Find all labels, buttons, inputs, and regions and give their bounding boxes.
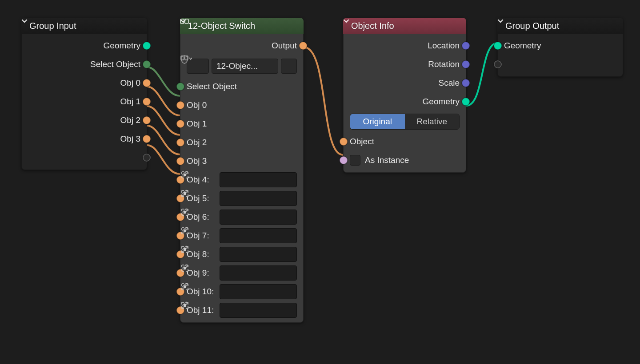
node-group-input[interactable]: Group Input Geometry Select Object Obj 0… [21,18,147,170]
svg-rect-5 [184,192,186,195]
group-selector-dropdown[interactable] [187,59,209,74]
node-header[interactable]: 12-Object Switch [180,18,304,34]
node-group-output[interactable]: Group Output Geometry [497,18,623,77]
socket-obj-8[interactable]: Obj 8: [180,245,303,264]
object-picker[interactable] [220,303,297,318]
fake-user-shield-button[interactable] [281,59,297,74]
socket-obj-5[interactable]: Obj 5: [180,189,303,208]
object-picker[interactable] [220,247,297,262]
node-header[interactable]: Group Output [497,18,623,34]
socket-obj-10[interactable]: Obj 10: [180,282,303,301]
socket-geometry[interactable]: Geometry [344,92,466,111]
socket-obj-1[interactable]: Obj 1 [22,92,147,111]
svg-rect-0 [180,19,184,24]
socket-select-object[interactable]: Select Object [180,77,303,96]
svg-rect-9 [184,267,186,269]
node-title: Group Input [29,21,76,31]
socket-location[interactable]: Location [344,36,466,55]
socket-output[interactable]: Output [180,36,303,55]
svg-rect-8 [184,248,186,251]
socket-obj-3[interactable]: Obj 3 [22,130,147,148]
node-title: Group Output [505,21,559,31]
node-title: 12-Object Switch [188,21,299,31]
socket-obj-0[interactable]: Obj 0 [22,74,147,92]
socket-obj-6[interactable]: Obj 6: [180,208,303,226]
socket-as-instance[interactable]: As Instance [344,151,466,170]
socket-obj-4[interactable]: Obj 4: [180,170,303,189]
object-picker[interactable] [220,228,297,243]
svg-rect-4 [184,174,186,176]
mode-original-button[interactable]: Original [350,114,405,129]
socket-object[interactable]: Object [344,132,466,151]
socket-scale[interactable]: Scale [344,74,466,92]
svg-rect-2 [181,56,184,60]
svg-rect-3 [185,56,188,60]
node-header[interactable]: Object Info [343,18,466,34]
socket-geometry[interactable]: Geometry [498,36,623,55]
socket-obj-7[interactable]: Obj 7: [180,226,303,245]
group-name-field[interactable]: 12-Objec... [212,59,278,74]
node-title: Object Info [351,21,394,31]
group-selector-row: 12-Objec... [180,55,303,77]
socket-virtual[interactable] [498,55,623,74]
mode-relative-button[interactable]: Relative [405,114,460,129]
object-picker[interactable] [220,172,297,187]
svg-rect-11 [184,304,186,307]
svg-rect-6 [184,211,186,214]
as-instance-checkbox[interactable] [350,155,360,166]
socket-virtual[interactable] [22,148,147,167]
svg-rect-7 [184,229,186,232]
object-picker[interactable] [220,210,297,225]
object-picker[interactable] [220,191,297,206]
node-header[interactable]: Group Input [21,18,147,34]
node-12-object-switch[interactable]: 12-Object Switch Output 12-Objec... Sele… [180,18,304,323]
socket-geometry[interactable]: Geometry [22,36,147,55]
socket-rotation[interactable]: Rotation [344,55,466,74]
socket-obj-2[interactable]: Obj 2 [180,133,303,152]
object-picker[interactable] [220,284,297,299]
socket-obj-9[interactable]: Obj 9: [180,264,303,282]
node-object-info[interactable]: Object Info Location Rotation Scale Geom… [343,18,466,173]
svg-rect-10 [184,285,186,288]
socket-obj-3[interactable]: Obj 3 [180,152,303,170]
object-picker[interactable] [220,265,297,281]
socket-obj-11[interactable]: Obj 11: [180,301,303,320]
socket-obj-2[interactable]: Obj 2 [22,111,147,130]
socket-obj-0[interactable]: Obj 0 [180,96,303,115]
socket-select-object[interactable]: Select Object [22,55,147,74]
socket-obj-1[interactable]: Obj 1 [180,115,303,133]
transform-space-toggle: Original Relative [344,111,466,132]
